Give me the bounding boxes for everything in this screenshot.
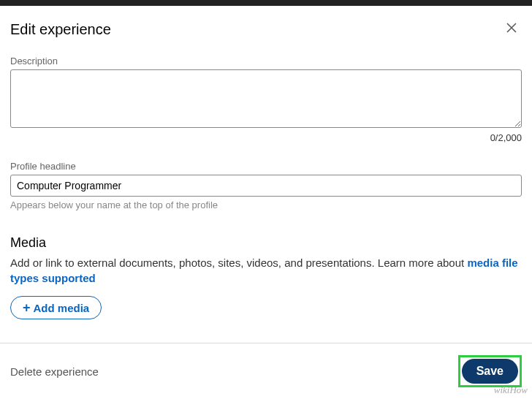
modal-footer: Delete experience Save xyxy=(0,343,532,399)
add-media-label: Add media xyxy=(34,302,90,314)
window-chrome xyxy=(0,0,532,6)
add-media-button[interactable]: + Add media xyxy=(10,296,102,319)
save-highlight: Save xyxy=(458,355,522,387)
media-description: Add or link to external documents, photo… xyxy=(10,255,522,286)
delete-experience-link[interactable]: Delete experience xyxy=(10,365,99,378)
description-section: Description 0/2,000 xyxy=(10,56,522,143)
media-heading: Media xyxy=(10,235,522,251)
close-icon[interactable] xyxy=(501,18,522,41)
headline-input[interactable] xyxy=(10,175,522,197)
save-button[interactable]: Save xyxy=(462,359,518,384)
description-textarea[interactable] xyxy=(10,69,522,128)
headline-section: Profile headline Appears below your name… xyxy=(10,161,522,210)
media-text-prefix: Add or link to external documents, photo… xyxy=(10,256,467,269)
modal-title: Edit experience xyxy=(10,21,111,38)
headline-helper: Appears below your name at the top of th… xyxy=(10,200,522,210)
description-label: Description xyxy=(10,56,522,66)
description-char-count: 0/2,000 xyxy=(10,132,522,143)
modal-header: Edit experience xyxy=(10,18,522,41)
edit-experience-modal: Edit experience Description 0/2,000 Prof… xyxy=(0,6,532,319)
plus-icon: + xyxy=(23,301,31,314)
headline-label: Profile headline xyxy=(10,161,522,172)
